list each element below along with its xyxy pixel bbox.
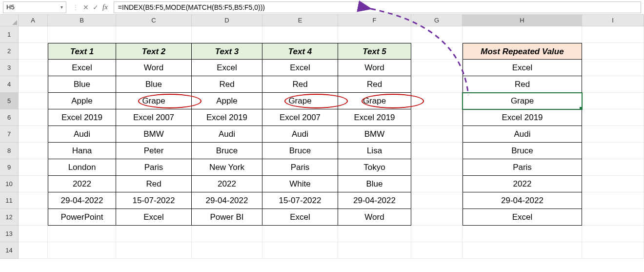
cell-b8[interactable]: Hana bbox=[48, 143, 116, 159]
cell-g1[interactable] bbox=[411, 26, 463, 43]
col-header-i[interactable]: I bbox=[582, 15, 644, 26]
cell-h4[interactable]: Red bbox=[463, 76, 582, 93]
col-header-d[interactable]: D bbox=[192, 15, 262, 26]
cell-h7[interactable]: Audi bbox=[463, 126, 582, 143]
cell-b14[interactable] bbox=[48, 242, 116, 259]
col-header-b[interactable]: B bbox=[48, 15, 116, 26]
cell-g2[interactable] bbox=[411, 43, 463, 60]
cell-c8[interactable]: Peter bbox=[116, 143, 192, 159]
cell-a1[interactable] bbox=[19, 26, 48, 43]
cell-d13[interactable] bbox=[192, 226, 262, 242]
row-header-5[interactable]: 5 bbox=[0, 93, 19, 109]
cell-i11[interactable] bbox=[582, 192, 644, 209]
cell-e4[interactable]: Red bbox=[262, 76, 338, 93]
cell-i13[interactable] bbox=[582, 226, 644, 242]
cell-f10[interactable]: Blue bbox=[338, 176, 411, 192]
header-text3[interactable]: Text 3 bbox=[192, 43, 262, 60]
cell-g9[interactable] bbox=[411, 159, 463, 176]
cell-i1[interactable] bbox=[582, 26, 644, 43]
cell-a5[interactable] bbox=[19, 93, 48, 109]
header-text1[interactable]: Text 1 bbox=[48, 43, 116, 60]
name-box[interactable]: H5 ▾ bbox=[3, 1, 66, 13]
cell-c9[interactable]: Paris bbox=[116, 159, 192, 176]
cell-c4[interactable]: Blue bbox=[116, 76, 192, 93]
row-header-4[interactable]: 4 bbox=[0, 76, 19, 93]
cell-e14[interactable] bbox=[262, 242, 338, 259]
cell-f11[interactable]: 29-04-2022 bbox=[338, 192, 411, 209]
cell-i10[interactable] bbox=[582, 176, 644, 192]
cell-b1[interactable] bbox=[48, 26, 116, 43]
cell-a10[interactable] bbox=[19, 176, 48, 192]
cell-i5[interactable] bbox=[582, 93, 644, 109]
cell-a6[interactable] bbox=[19, 109, 48, 126]
cell-c6[interactable]: Excel 2007 bbox=[116, 109, 192, 126]
row-header-8[interactable]: 8 bbox=[0, 143, 19, 159]
cell-f5[interactable]: Grape bbox=[338, 93, 411, 109]
col-header-e[interactable]: E bbox=[262, 15, 338, 26]
cell-e5[interactable]: Grape bbox=[262, 93, 338, 109]
cell-a11[interactable] bbox=[19, 192, 48, 209]
col-header-c[interactable]: C bbox=[116, 15, 192, 26]
cell-b9[interactable]: London bbox=[48, 159, 116, 176]
cell-e8[interactable]: Bruce bbox=[262, 143, 338, 159]
cell-a2[interactable] bbox=[19, 43, 48, 60]
cell-a14[interactable] bbox=[19, 242, 48, 259]
cell-b11[interactable]: 29-04-2022 bbox=[48, 192, 116, 209]
row-header-3[interactable]: 3 bbox=[0, 60, 19, 76]
cell-a3[interactable] bbox=[19, 60, 48, 76]
cell-b3[interactable]: Excel bbox=[48, 60, 116, 76]
col-header-f[interactable]: F bbox=[338, 15, 411, 26]
cell-h9[interactable]: Paris bbox=[463, 159, 582, 176]
cell-g5[interactable] bbox=[411, 93, 463, 109]
cell-f7[interactable]: BMW bbox=[338, 126, 411, 143]
cell-g11[interactable] bbox=[411, 192, 463, 209]
select-all-corner[interactable] bbox=[0, 15, 19, 26]
cell-i12[interactable] bbox=[582, 209, 644, 226]
cell-b7[interactable]: Audi bbox=[48, 126, 116, 143]
row-header-14[interactable]: 14 bbox=[0, 242, 19, 259]
cell-i6[interactable] bbox=[582, 109, 644, 126]
header-text5[interactable]: Text 5 bbox=[338, 43, 411, 60]
cell-a13[interactable] bbox=[19, 226, 48, 242]
cell-g14[interactable] bbox=[411, 242, 463, 259]
cell-a4[interactable] bbox=[19, 76, 48, 93]
cell-d4[interactable]: Red bbox=[192, 76, 262, 93]
cell-h6[interactable]: Excel 2019 bbox=[463, 109, 582, 126]
formula-input[interactable]: =INDEX(B5:F5,MODE(MATCH(B5:F5,B5:F5,0))) bbox=[114, 1, 641, 13]
cancel-icon[interactable]: ✕ bbox=[83, 3, 89, 11]
cell-c7[interactable]: BMW bbox=[116, 126, 192, 143]
cell-b6[interactable]: Excel 2019 bbox=[48, 109, 116, 126]
cell-e13[interactable] bbox=[262, 226, 338, 242]
cell-a7[interactable] bbox=[19, 126, 48, 143]
cell-e10[interactable]: White bbox=[262, 176, 338, 192]
cell-g12[interactable] bbox=[411, 209, 463, 226]
cell-f8[interactable]: Lisa bbox=[338, 143, 411, 159]
cell-e11[interactable]: 15-07-2022 bbox=[262, 192, 338, 209]
cell-d14[interactable] bbox=[192, 242, 262, 259]
col-header-g[interactable]: G bbox=[411, 15, 463, 26]
cell-d8[interactable]: Bruce bbox=[192, 143, 262, 159]
cell-g13[interactable] bbox=[411, 226, 463, 242]
cell-i7[interactable] bbox=[582, 126, 644, 143]
cell-b12[interactable]: PowerPoint bbox=[48, 209, 116, 226]
cell-c14[interactable] bbox=[116, 242, 192, 259]
row-header-10[interactable]: 10 bbox=[0, 176, 19, 192]
enter-icon[interactable]: ✓ bbox=[93, 3, 99, 11]
cell-e1[interactable] bbox=[262, 26, 338, 43]
cell-i3[interactable] bbox=[582, 60, 644, 76]
cell-a9[interactable] bbox=[19, 159, 48, 176]
cell-f4[interactable]: Red bbox=[338, 76, 411, 93]
cell-d6[interactable]: Excel 2019 bbox=[192, 109, 262, 126]
cell-b13[interactable] bbox=[48, 226, 116, 242]
cell-f9[interactable]: Tokyo bbox=[338, 159, 411, 176]
row-header-7[interactable]: 7 bbox=[0, 126, 19, 143]
cell-g6[interactable] bbox=[411, 109, 463, 126]
cell-c3[interactable]: Word bbox=[116, 60, 192, 76]
cell-e6[interactable]: Excel 2007 bbox=[262, 109, 338, 126]
row-header-13[interactable]: 13 bbox=[0, 226, 19, 242]
cell-g10[interactable] bbox=[411, 176, 463, 192]
cell-i4[interactable] bbox=[582, 76, 644, 93]
cell-b5[interactable]: Apple bbox=[48, 93, 116, 109]
cell-e9[interactable]: Paris bbox=[262, 159, 338, 176]
cell-c5[interactable]: Grape bbox=[116, 93, 192, 109]
